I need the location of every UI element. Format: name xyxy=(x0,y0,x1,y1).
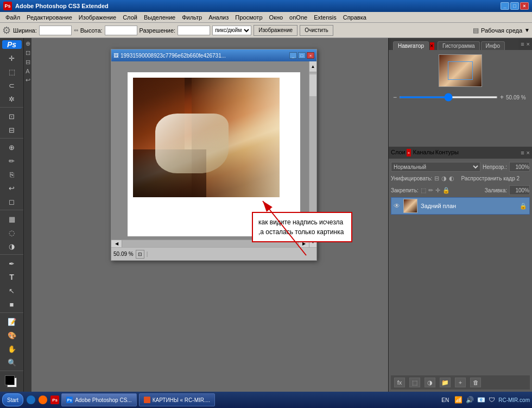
foreground-bg-colors[interactable] xyxy=(5,375,19,390)
app-icon: Ps xyxy=(3,2,12,10)
lock-all-icon[interactable]: 🔒 xyxy=(442,187,450,194)
brush-tool[interactable]: ✏ xyxy=(4,154,20,167)
layer-delete-button[interactable]: 🗑 xyxy=(470,378,481,387)
marquee-tool[interactable]: ⬚ xyxy=(4,65,20,78)
workspace-dropdown-icon[interactable]: ▼ xyxy=(524,27,530,33)
tab-layers[interactable]: Слои xyxy=(391,149,406,156)
lasso-tool[interactable]: ⊂ xyxy=(4,79,20,92)
shape-tool[interactable]: ■ xyxy=(4,298,20,311)
tab-paths[interactable]: Контуры xyxy=(435,149,459,156)
lock-pixels-icon[interactable]: ✏ xyxy=(428,187,433,194)
type-tool[interactable]: T xyxy=(4,271,20,284)
tab-navigator[interactable]: Навигатор xyxy=(393,41,429,50)
dodge-tool[interactable]: ◑ xyxy=(4,240,20,253)
gradient-tool[interactable]: ▦ xyxy=(4,212,20,225)
lock-position-icon[interactable]: ✛ xyxy=(435,187,440,194)
layer-item-background[interactable]: 👁 Задний план 🔒 xyxy=(391,197,530,215)
scroll-left-btn[interactable]: ◀ xyxy=(111,240,122,247)
menu-view[interactable]: Просмотр xyxy=(232,13,265,22)
nav-close-icon[interactable]: × xyxy=(430,42,434,50)
nav-panel-collapse-icon[interactable]: × xyxy=(527,41,530,47)
nav-panel-menu-icon[interactable]: ≡ xyxy=(521,41,524,47)
minimize-button[interactable]: _ xyxy=(501,2,509,10)
layer-adjustment-button[interactable]: ◑ xyxy=(425,378,435,387)
doc-minimize-button[interactable]: _ xyxy=(289,52,297,59)
menu-window[interactable]: Окно xyxy=(266,13,287,22)
layers-tab-close[interactable]: × xyxy=(407,149,411,156)
eraser-tool[interactable]: ◻ xyxy=(4,195,20,208)
taskbar-ps-label: Adobe Photoshop CS... xyxy=(75,397,132,403)
secondary-tool-5[interactable]: ↩ xyxy=(26,77,30,84)
pen-tool[interactable]: ✒ xyxy=(4,257,20,270)
resample-image-button[interactable]: Изображение xyxy=(254,25,297,36)
clear-button[interactable]: Очистить xyxy=(300,25,333,36)
blend-mode-select[interactable]: Нормальный xyxy=(391,162,480,172)
layers-panel-menu-icon[interactable]: ≡ xyxy=(521,149,524,156)
scroll-thumb[interactable] xyxy=(309,74,316,96)
tool-options-icon[interactable]: ⚙ xyxy=(2,24,11,36)
fill-input[interactable] xyxy=(509,185,530,195)
start-button[interactable]: Start xyxy=(2,393,23,406)
close-button[interactable]: × xyxy=(520,2,529,10)
secondary-tool-3[interactable]: ⊟ xyxy=(26,59,30,66)
blur-tool[interactable]: ◌ xyxy=(4,226,20,239)
menu-file[interactable]: Файл xyxy=(2,13,23,22)
secondary-tool-4[interactable]: A xyxy=(26,68,29,74)
tab-channels[interactable]: Каналы xyxy=(413,149,434,156)
layer-new-button[interactable]: + xyxy=(455,378,466,387)
doc-icon: 🖼 xyxy=(113,53,118,58)
layer-visibility-icon[interactable]: 👁 xyxy=(394,202,400,210)
doc-close-button[interactable]: × xyxy=(307,52,314,59)
opacity-input[interactable] xyxy=(509,162,530,172)
maximize-button[interactable]: □ xyxy=(510,2,519,10)
resolution-input[interactable] xyxy=(178,26,210,35)
layers-panel-collapse-icon[interactable]: × xyxy=(527,149,530,156)
menu-layer[interactable]: Слой xyxy=(119,13,141,22)
history-brush-tool[interactable]: ↩ xyxy=(4,181,20,194)
taskbar-photoshop[interactable]: Ps Adobe Photoshop CS... xyxy=(61,393,137,406)
path-selection-tool[interactable]: ↖ xyxy=(4,284,20,297)
antivirus-icon: 🛡 xyxy=(489,396,495,404)
scroll-up-btn[interactable]: ▲ xyxy=(309,61,316,72)
crop-tool[interactable]: ⊡ xyxy=(4,110,20,123)
slice-tool[interactable]: ⊟ xyxy=(4,123,20,136)
menu-image[interactable]: Изображение xyxy=(75,13,119,22)
move-tool[interactable]: ✛ xyxy=(4,52,20,65)
system-tray: EN 📶 🔊 📧 🛡 RC-MIR.com xyxy=(441,396,530,404)
unify-icon-2[interactable]: ◑ xyxy=(441,175,447,182)
tab-histogram[interactable]: Гистограмма xyxy=(438,41,480,50)
healing-tool[interactable]: ⊕ xyxy=(4,141,20,154)
layers-tabs: Слои × Каналы Контуры xyxy=(391,149,521,156)
unify-icon-1[interactable]: ⊟ xyxy=(434,175,439,182)
hand-tool[interactable]: ✋ xyxy=(4,342,20,355)
zoom-out-icon[interactable]: − xyxy=(393,93,397,101)
taskbar-rcmir[interactable]: КАРТИНЫ « RC-MIR.... xyxy=(139,393,215,406)
height-input[interactable] xyxy=(105,26,137,35)
menu-select[interactable]: Выделение xyxy=(141,13,179,22)
nav-zoom-slider[interactable] xyxy=(399,96,498,98)
layer-mask-button[interactable]: ⬚ xyxy=(409,378,420,387)
layer-group-button[interactable]: 📁 xyxy=(440,378,451,387)
menu-filter[interactable]: Фильтр xyxy=(179,13,205,22)
doc-maximize-button[interactable]: □ xyxy=(298,52,306,59)
menu-help[interactable]: Справка xyxy=(340,13,370,22)
menu-edit[interactable]: Редактирование xyxy=(23,13,75,22)
width-input[interactable] xyxy=(39,26,72,35)
resolution-unit-select[interactable]: пикс/дюйм xyxy=(212,26,251,35)
tab-info[interactable]: Инфо xyxy=(481,41,505,50)
stamp-tool[interactable]: ⎘ xyxy=(4,168,20,181)
eyedropper-tool[interactable]: 🎨 xyxy=(4,329,20,342)
menu-extensis[interactable]: Extensis xyxy=(311,13,340,22)
lock-transparent-icon[interactable]: ⬚ xyxy=(421,187,426,194)
menu-onone[interactable]: onOne xyxy=(286,13,311,22)
unify-icon-3[interactable]: ◐ xyxy=(449,175,454,182)
zoom-in-icon[interactable]: + xyxy=(500,93,504,101)
secondary-tool-2[interactable]: ⊡ xyxy=(26,49,30,57)
magic-wand-tool[interactable]: ✲ xyxy=(4,92,20,105)
layer-style-button[interactable]: fx xyxy=(394,378,405,387)
zoom-fit-button[interactable]: ⊡ xyxy=(136,250,144,259)
zoom-tool[interactable]: 🔍 xyxy=(4,356,20,369)
menu-analysis[interactable]: Анализ xyxy=(205,13,232,22)
notes-tool[interactable]: 📝 xyxy=(4,315,20,328)
secondary-tool-1[interactable]: ⊕ xyxy=(26,40,30,47)
